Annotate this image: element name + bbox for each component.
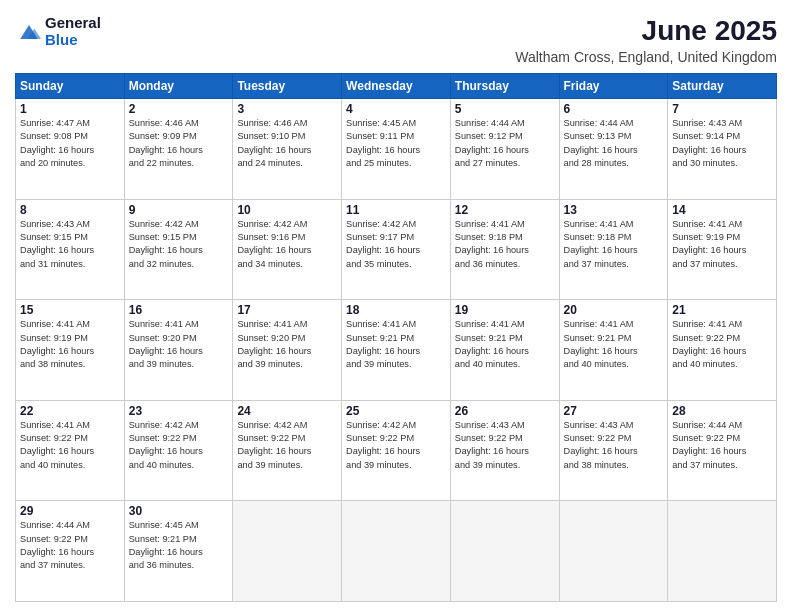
day-info: Sunrise: 4:41 AMSunset: 9:22 PMDaylight:… xyxy=(20,419,120,472)
header: General Blue June 2025 Waltham Cross, En… xyxy=(15,15,777,65)
calendar-cell: 14Sunrise: 4:41 AMSunset: 9:19 PMDayligh… xyxy=(668,199,777,300)
calendar-cell: 10Sunrise: 4:42 AMSunset: 9:16 PMDayligh… xyxy=(233,199,342,300)
day-number: 7 xyxy=(672,102,772,116)
col-header-tuesday: Tuesday xyxy=(233,74,342,99)
calendar-cell: 22Sunrise: 4:41 AMSunset: 9:22 PMDayligh… xyxy=(16,400,125,501)
day-info: Sunrise: 4:41 AMSunset: 9:21 PMDaylight:… xyxy=(455,318,555,371)
day-info: Sunrise: 4:42 AMSunset: 9:17 PMDaylight:… xyxy=(346,218,446,271)
calendar-cell: 20Sunrise: 4:41 AMSunset: 9:21 PMDayligh… xyxy=(559,300,668,401)
day-number: 19 xyxy=(455,303,555,317)
calendar-cell: 25Sunrise: 4:42 AMSunset: 9:22 PMDayligh… xyxy=(342,400,451,501)
day-info: Sunrise: 4:43 AMSunset: 9:15 PMDaylight:… xyxy=(20,218,120,271)
day-number: 17 xyxy=(237,303,337,317)
logo: General Blue xyxy=(15,15,101,48)
calendar-cell: 1Sunrise: 4:47 AMSunset: 9:08 PMDaylight… xyxy=(16,99,125,200)
day-info: Sunrise: 4:44 AMSunset: 9:13 PMDaylight:… xyxy=(564,117,664,170)
day-number: 20 xyxy=(564,303,664,317)
calendar-cell: 23Sunrise: 4:42 AMSunset: 9:22 PMDayligh… xyxy=(124,400,233,501)
day-info: Sunrise: 4:41 AMSunset: 9:22 PMDaylight:… xyxy=(672,318,772,371)
day-number: 5 xyxy=(455,102,555,116)
calendar-header-row: Sunday Monday Tuesday Wednesday Thursday… xyxy=(16,74,777,99)
calendar-cell: 15Sunrise: 4:41 AMSunset: 9:19 PMDayligh… xyxy=(16,300,125,401)
day-number: 6 xyxy=(564,102,664,116)
day-number: 15 xyxy=(20,303,120,317)
day-info: Sunrise: 4:46 AMSunset: 9:10 PMDaylight:… xyxy=(237,117,337,170)
calendar-week-row: 1Sunrise: 4:47 AMSunset: 9:08 PMDaylight… xyxy=(16,99,777,200)
calendar-cell: 19Sunrise: 4:41 AMSunset: 9:21 PMDayligh… xyxy=(450,300,559,401)
day-number: 9 xyxy=(129,203,229,217)
day-number: 28 xyxy=(672,404,772,418)
calendar-cell xyxy=(342,501,451,602)
calendar-cell: 18Sunrise: 4:41 AMSunset: 9:21 PMDayligh… xyxy=(342,300,451,401)
day-number: 4 xyxy=(346,102,446,116)
day-info: Sunrise: 4:41 AMSunset: 9:18 PMDaylight:… xyxy=(455,218,555,271)
calendar-week-row: 29Sunrise: 4:44 AMSunset: 9:22 PMDayligh… xyxy=(16,501,777,602)
day-info: Sunrise: 4:42 AMSunset: 9:22 PMDaylight:… xyxy=(237,419,337,472)
calendar-cell xyxy=(450,501,559,602)
day-number: 1 xyxy=(20,102,120,116)
logo-text-general: General xyxy=(45,15,101,32)
day-number: 18 xyxy=(346,303,446,317)
day-info: Sunrise: 4:42 AMSunset: 9:15 PMDaylight:… xyxy=(129,218,229,271)
day-info: Sunrise: 4:41 AMSunset: 9:21 PMDaylight:… xyxy=(564,318,664,371)
day-number: 21 xyxy=(672,303,772,317)
calendar-cell: 7Sunrise: 4:43 AMSunset: 9:14 PMDaylight… xyxy=(668,99,777,200)
calendar-cell xyxy=(559,501,668,602)
day-number: 3 xyxy=(237,102,337,116)
day-number: 25 xyxy=(346,404,446,418)
col-header-sunday: Sunday xyxy=(16,74,125,99)
day-info: Sunrise: 4:43 AMSunset: 9:14 PMDaylight:… xyxy=(672,117,772,170)
day-info: Sunrise: 4:42 AMSunset: 9:22 PMDaylight:… xyxy=(129,419,229,472)
day-number: 22 xyxy=(20,404,120,418)
day-info: Sunrise: 4:41 AMSunset: 9:19 PMDaylight:… xyxy=(20,318,120,371)
calendar-cell: 28Sunrise: 4:44 AMSunset: 9:22 PMDayligh… xyxy=(668,400,777,501)
calendar-cell xyxy=(668,501,777,602)
day-info: Sunrise: 4:43 AMSunset: 9:22 PMDaylight:… xyxy=(564,419,664,472)
col-header-saturday: Saturday xyxy=(668,74,777,99)
day-info: Sunrise: 4:41 AMSunset: 9:19 PMDaylight:… xyxy=(672,218,772,271)
day-info: Sunrise: 4:41 AMSunset: 9:18 PMDaylight:… xyxy=(564,218,664,271)
calendar-week-row: 8Sunrise: 4:43 AMSunset: 9:15 PMDaylight… xyxy=(16,199,777,300)
calendar-cell: 5Sunrise: 4:44 AMSunset: 9:12 PMDaylight… xyxy=(450,99,559,200)
day-info: Sunrise: 4:44 AMSunset: 9:22 PMDaylight:… xyxy=(672,419,772,472)
calendar-cell: 21Sunrise: 4:41 AMSunset: 9:22 PMDayligh… xyxy=(668,300,777,401)
day-number: 12 xyxy=(455,203,555,217)
day-number: 30 xyxy=(129,504,229,518)
day-number: 16 xyxy=(129,303,229,317)
day-info: Sunrise: 4:42 AMSunset: 9:22 PMDaylight:… xyxy=(346,419,446,472)
day-info: Sunrise: 4:44 AMSunset: 9:12 PMDaylight:… xyxy=(455,117,555,170)
day-number: 27 xyxy=(564,404,664,418)
calendar-cell: 29Sunrise: 4:44 AMSunset: 9:22 PMDayligh… xyxy=(16,501,125,602)
calendar-cell: 2Sunrise: 4:46 AMSunset: 9:09 PMDaylight… xyxy=(124,99,233,200)
calendar-cell: 4Sunrise: 4:45 AMSunset: 9:11 PMDaylight… xyxy=(342,99,451,200)
calendar-cell: 26Sunrise: 4:43 AMSunset: 9:22 PMDayligh… xyxy=(450,400,559,501)
calendar-week-row: 22Sunrise: 4:41 AMSunset: 9:22 PMDayligh… xyxy=(16,400,777,501)
day-info: Sunrise: 4:46 AMSunset: 9:09 PMDaylight:… xyxy=(129,117,229,170)
calendar-cell: 6Sunrise: 4:44 AMSunset: 9:13 PMDaylight… xyxy=(559,99,668,200)
calendar-cell xyxy=(233,501,342,602)
calendar-cell: 13Sunrise: 4:41 AMSunset: 9:18 PMDayligh… xyxy=(559,199,668,300)
day-info: Sunrise: 4:43 AMSunset: 9:22 PMDaylight:… xyxy=(455,419,555,472)
day-number: 23 xyxy=(129,404,229,418)
day-number: 24 xyxy=(237,404,337,418)
subtitle: Waltham Cross, England, United Kingdom xyxy=(515,49,777,65)
calendar-cell: 27Sunrise: 4:43 AMSunset: 9:22 PMDayligh… xyxy=(559,400,668,501)
day-number: 13 xyxy=(564,203,664,217)
calendar-cell: 30Sunrise: 4:45 AMSunset: 9:21 PMDayligh… xyxy=(124,501,233,602)
calendar-cell: 11Sunrise: 4:42 AMSunset: 9:17 PMDayligh… xyxy=(342,199,451,300)
col-header-thursday: Thursday xyxy=(450,74,559,99)
col-header-friday: Friday xyxy=(559,74,668,99)
day-number: 2 xyxy=(129,102,229,116)
col-header-wednesday: Wednesday xyxy=(342,74,451,99)
calendar-cell: 3Sunrise: 4:46 AMSunset: 9:10 PMDaylight… xyxy=(233,99,342,200)
day-info: Sunrise: 4:44 AMSunset: 9:22 PMDaylight:… xyxy=(20,519,120,572)
day-info: Sunrise: 4:41 AMSunset: 9:20 PMDaylight:… xyxy=(129,318,229,371)
day-number: 11 xyxy=(346,203,446,217)
day-info: Sunrise: 4:45 AMSunset: 9:21 PMDaylight:… xyxy=(129,519,229,572)
calendar-cell: 17Sunrise: 4:41 AMSunset: 9:20 PMDayligh… xyxy=(233,300,342,401)
page: General Blue June 2025 Waltham Cross, En… xyxy=(0,0,792,612)
calendar-cell: 12Sunrise: 4:41 AMSunset: 9:18 PMDayligh… xyxy=(450,199,559,300)
logo-text-blue: Blue xyxy=(45,32,101,49)
day-info: Sunrise: 4:41 AMSunset: 9:21 PMDaylight:… xyxy=(346,318,446,371)
day-number: 14 xyxy=(672,203,772,217)
